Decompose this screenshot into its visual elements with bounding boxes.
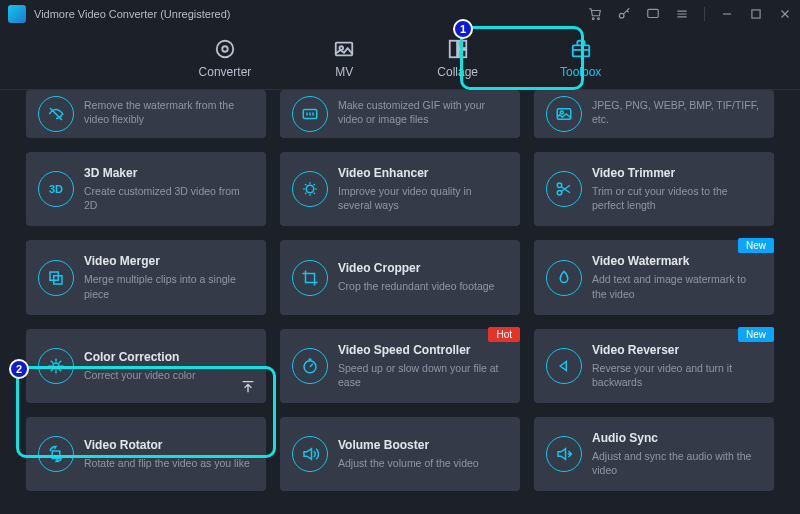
tab-label: Converter bbox=[199, 65, 252, 79]
close-icon[interactable] bbox=[778, 7, 792, 21]
window-title: Vidmore Video Converter (Unregistered) bbox=[34, 8, 230, 20]
svg-point-18 bbox=[557, 191, 562, 196]
tool-title: Video Trimmer bbox=[592, 166, 760, 180]
tool-grid: Remove the watermark from the video flex… bbox=[26, 90, 774, 491]
tool-desc: Speed up or slow down your file at ease bbox=[338, 361, 506, 389]
tool-card-image-converter[interactable]: JPEG, PNG, WEBP, BMP, TIF/TIFF, etc. bbox=[534, 90, 774, 138]
tool-desc: Rotate and flip the video as you like bbox=[84, 456, 252, 470]
tool-desc: Remove the watermark from the video flex… bbox=[84, 98, 252, 126]
tool-title: Audio Sync bbox=[592, 431, 760, 445]
maximize-icon[interactable] bbox=[749, 7, 763, 21]
enhancer-icon bbox=[292, 171, 328, 207]
svg-point-6 bbox=[222, 46, 228, 52]
tool-title: Video Enhancer bbox=[338, 166, 506, 180]
minimize-icon[interactable] bbox=[720, 7, 734, 21]
window-controls bbox=[588, 7, 792, 21]
title-bar: Vidmore Video Converter (Unregistered) bbox=[0, 0, 800, 28]
tool-desc: Adjust the volume of the video bbox=[338, 456, 506, 470]
audio-sync-icon bbox=[546, 436, 582, 472]
tool-card-video-watermark[interactable]: New Video Watermark Add text and image w… bbox=[534, 240, 774, 314]
svg-point-0 bbox=[592, 18, 594, 20]
tool-desc: Create customized 3D video from 2D bbox=[84, 184, 252, 212]
badge-new: New bbox=[738, 327, 774, 342]
tool-card-video-enhancer[interactable]: Video Enhancer Improve your video qualit… bbox=[280, 152, 520, 226]
tool-title: Video Speed Controller bbox=[338, 343, 506, 357]
scissors-icon bbox=[546, 171, 582, 207]
tool-title: Video Watermark bbox=[592, 254, 760, 268]
color-correction-icon bbox=[38, 348, 74, 384]
tool-title: Volume Booster bbox=[338, 438, 506, 452]
key-icon[interactable] bbox=[617, 7, 631, 21]
image-icon bbox=[546, 96, 582, 132]
watermark-remover-icon bbox=[38, 96, 74, 132]
speed-icon bbox=[292, 348, 328, 384]
tool-desc: Make customized GIF with your video or i… bbox=[338, 98, 506, 126]
menu-icon[interactable] bbox=[675, 7, 689, 21]
svg-point-17 bbox=[557, 183, 562, 188]
svg-point-21 bbox=[53, 363, 59, 369]
tool-desc: Adjust and sync the audio with the video bbox=[592, 449, 760, 477]
tool-card-color-correction[interactable]: Color Correction Correct your video colo… bbox=[26, 329, 266, 403]
app-logo-icon bbox=[8, 5, 26, 23]
tool-desc: Improve your video quality in several wa… bbox=[338, 184, 506, 212]
3d-icon: 3D bbox=[38, 171, 74, 207]
tool-card-audio-sync[interactable]: Audio Sync Adjust and sync the audio wit… bbox=[534, 417, 774, 491]
merger-icon bbox=[38, 260, 74, 296]
svg-rect-4 bbox=[752, 10, 760, 18]
tool-desc: Crop the redundant video footage bbox=[338, 279, 506, 293]
crop-icon bbox=[292, 260, 328, 296]
svg-point-1 bbox=[598, 18, 600, 20]
badge-hot: Hot bbox=[488, 327, 520, 342]
annotation-highlight-1: 1 bbox=[460, 26, 584, 90]
tool-title: Video Reverser bbox=[592, 343, 760, 357]
scroll-top-icon bbox=[240, 379, 256, 395]
main-tabs: Converter MV Collage Toolbox 1 bbox=[0, 28, 800, 90]
tab-label: MV bbox=[335, 65, 353, 79]
tool-desc: Trim or cut your videos to the perfect l… bbox=[592, 184, 760, 212]
tool-desc: Add text and image watermark to the vide… bbox=[592, 272, 760, 300]
tool-desc: Merge multiple clips into a single piece bbox=[84, 272, 252, 300]
volume-icon bbox=[292, 436, 328, 472]
tool-title: Video Cropper bbox=[338, 261, 506, 275]
annotation-number: 1 bbox=[453, 19, 473, 39]
tool-title: Video Merger bbox=[84, 254, 252, 268]
tool-card-video-cropper[interactable]: Video Cropper Crop the redundant video f… bbox=[280, 240, 520, 314]
tool-card-video-merger[interactable]: Video Merger Merge multiple clips into a… bbox=[26, 240, 266, 314]
svg-rect-9 bbox=[449, 41, 456, 58]
svg-point-15 bbox=[560, 111, 563, 114]
tool-card-video-reverser[interactable]: New Video Reverser Reverse your video an… bbox=[534, 329, 774, 403]
watermark-icon bbox=[546, 260, 582, 296]
tool-title: Color Correction bbox=[84, 350, 252, 364]
tool-card-gif-maker[interactable]: Make customized GIF with your video or i… bbox=[280, 90, 520, 138]
svg-point-5 bbox=[217, 41, 234, 58]
badge-new: New bbox=[738, 238, 774, 253]
tool-title: 3D Maker bbox=[84, 166, 252, 180]
tool-desc: Correct your video color bbox=[84, 368, 252, 382]
feedback-icon[interactable] bbox=[646, 7, 660, 21]
tool-card-3d-maker[interactable]: 3D 3D Maker Create customized 3D video f… bbox=[26, 152, 266, 226]
tool-card-video-speed[interactable]: Hot Video Speed Controller Speed up or s… bbox=[280, 329, 520, 403]
tool-card-video-rotator[interactable]: Video Rotator Rotate and flip the video … bbox=[26, 417, 266, 491]
tool-desc: Reverse your video and turn it backwards bbox=[592, 361, 760, 389]
tool-card-watermark-remover[interactable]: Remove the watermark from the video flex… bbox=[26, 90, 266, 138]
reverse-icon bbox=[546, 348, 582, 384]
tool-card-volume-booster[interactable]: Volume Booster Adjust the volume of the … bbox=[280, 417, 520, 491]
tool-title: Video Rotator bbox=[84, 438, 252, 452]
mv-icon bbox=[333, 38, 355, 60]
tab-mv[interactable]: MV bbox=[323, 32, 365, 85]
tool-card-video-trimmer[interactable]: Video Trimmer Trim or cut your videos to… bbox=[534, 152, 774, 226]
gif-icon bbox=[292, 96, 328, 132]
svg-rect-23 bbox=[52, 451, 60, 459]
svg-point-16 bbox=[306, 185, 314, 193]
rotate-icon bbox=[38, 436, 74, 472]
tool-desc: JPEG, PNG, WEBP, BMP, TIF/TIFF, etc. bbox=[592, 98, 760, 126]
toolbox-content: Remove the watermark from the video flex… bbox=[0, 90, 800, 514]
cart-icon[interactable] bbox=[588, 7, 602, 21]
converter-icon bbox=[214, 38, 236, 60]
tab-converter[interactable]: Converter bbox=[189, 32, 262, 85]
divider bbox=[704, 7, 705, 21]
